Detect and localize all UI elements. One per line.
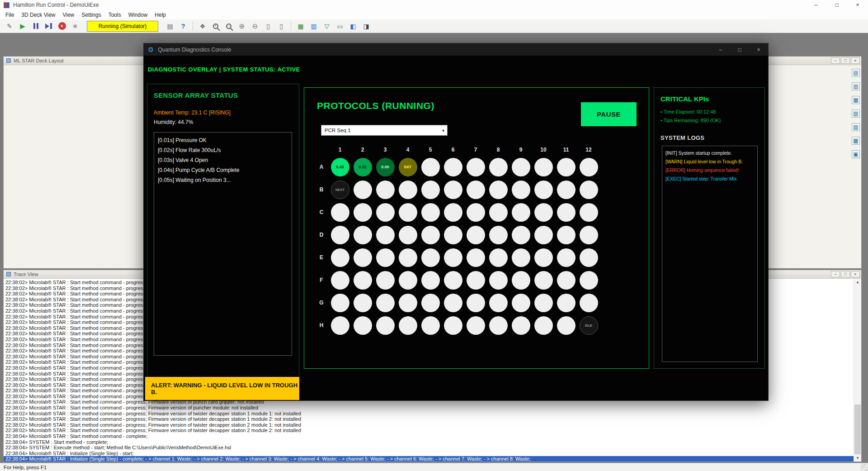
well-F2[interactable]	[354, 271, 372, 290]
well-B4[interactable]	[399, 181, 417, 199]
well-A12[interactable]	[580, 158, 598, 176]
well-F10[interactable]	[534, 271, 553, 290]
menu-help[interactable]: Help	[151, 10, 170, 19]
menu-window[interactable]: Window	[125, 10, 151, 19]
well-H12[interactable]: IDLE	[580, 316, 598, 335]
deck-tool-icon[interactable]: ▦	[852, 96, 860, 104]
well-B11[interactable]	[557, 181, 576, 199]
well-B1[interactable]: NEXT	[331, 181, 349, 199]
well-D3[interactable]	[376, 226, 395, 244]
well-C9[interactable]	[512, 203, 530, 222]
well-H2[interactable]	[354, 316, 372, 335]
well-A1[interactable]: 0.45	[331, 158, 349, 176]
scrollbar-thumb[interactable]	[854, 404, 861, 454]
console-titlebar[interactable]: ⚙ Quantum Diagnostics Console – □ ×	[144, 43, 768, 56]
well-C3[interactable]	[376, 203, 395, 222]
well-A4[interactable]: INIT	[399, 158, 417, 176]
page-layout-button[interactable]: ▯	[275, 20, 287, 32]
well-A5[interactable]	[421, 158, 440, 176]
single-step-button[interactable]	[43, 20, 55, 32]
well-E1[interactable]	[331, 248, 349, 267]
well-C12[interactable]	[580, 203, 598, 222]
deck-tool-icon[interactable]: ▧	[852, 109, 860, 118]
well-A7[interactable]	[467, 158, 485, 176]
well-C11[interactable]	[557, 203, 576, 222]
well-H8[interactable]	[489, 316, 508, 335]
well-E8[interactable]	[489, 248, 508, 267]
well-E5[interactable]	[421, 248, 440, 267]
well-C8[interactable]	[489, 203, 508, 222]
well-D11[interactable]	[557, 226, 576, 244]
well-H3[interactable]	[376, 316, 395, 335]
well-G4[interactable]	[399, 294, 417, 312]
zoom-in-button[interactable]: ⊕	[236, 20, 248, 32]
well-D4[interactable]	[399, 226, 417, 244]
well-D5[interactable]	[421, 226, 440, 244]
well-F12[interactable]	[580, 271, 598, 290]
zoom-out-button[interactable]: ⊖	[249, 20, 261, 32]
well-G6[interactable]	[444, 294, 462, 312]
menu-file[interactable]: File	[2, 10, 18, 19]
level-view-toggle[interactable]: ▽	[321, 20, 333, 32]
well-F5[interactable]	[421, 271, 440, 290]
menu-tools[interactable]: Tools	[105, 10, 125, 19]
well-H5[interactable]	[421, 316, 440, 335]
well-G1[interactable]	[331, 294, 349, 312]
well-B10[interactable]	[534, 181, 553, 199]
close-button[interactable]: ×	[847, 0, 868, 10]
well-G5[interactable]	[421, 294, 440, 312]
well-G9[interactable]	[512, 294, 530, 312]
deck-maximize-button[interactable]: □	[841, 57, 850, 64]
minimize-button[interactable]: –	[806, 0, 826, 10]
well-H6[interactable]	[444, 316, 462, 335]
scroll-up-icon[interactable]: ▲	[854, 279, 861, 285]
well-C5[interactable]	[421, 203, 440, 222]
well-F9[interactable]	[512, 271, 530, 290]
deck-tool-icon[interactable]: ▩	[852, 137, 860, 145]
panel-view-toggle[interactable]: ◨	[360, 20, 372, 32]
deck-close-button[interactable]: ×	[851, 57, 860, 64]
deck-tool-icon[interactable]: ▤	[852, 69, 860, 77]
deck-view-toggle[interactable]: ▦	[295, 20, 307, 32]
console-maximize-button[interactable]: □	[730, 43, 749, 56]
menu-view[interactable]: View	[59, 10, 78, 19]
well-E10[interactable]	[534, 248, 553, 267]
well-D9[interactable]	[512, 226, 530, 244]
deck-minimize-button[interactable]: –	[831, 57, 840, 64]
well-E7[interactable]	[467, 248, 485, 267]
trace-minimize-button[interactable]: –	[831, 271, 840, 277]
well-B12[interactable]	[580, 181, 598, 199]
trace-maximize-button[interactable]: □	[841, 271, 850, 277]
well-C7[interactable]	[467, 203, 485, 222]
well-E12[interactable]	[580, 248, 598, 267]
deck-tool-icon[interactable]: ▥	[852, 82, 860, 90]
help-button[interactable]: ?	[177, 20, 189, 32]
well-C4[interactable]	[399, 203, 417, 222]
well-F1[interactable]	[331, 271, 349, 290]
pan-tool-icon[interactable]: ❖	[197, 20, 208, 32]
well-E4[interactable]	[399, 248, 417, 267]
well-F8[interactable]	[489, 271, 508, 290]
well-C1[interactable]	[331, 203, 349, 222]
well-C2[interactable]	[354, 203, 372, 222]
well-G8[interactable]	[489, 294, 508, 312]
well-A8[interactable]	[489, 158, 508, 176]
well-B3[interactable]	[376, 181, 395, 199]
well-H7[interactable]	[467, 316, 485, 335]
well-D8[interactable]	[489, 226, 508, 244]
well-E6[interactable]	[444, 248, 462, 267]
well-D1[interactable]	[331, 226, 349, 244]
deck-tool-icon[interactable]: ▨	[852, 123, 860, 131]
protocol-select[interactable]: PCR Seq 1 ▾	[321, 125, 448, 136]
pause-button[interactable]: PAUSE	[581, 102, 637, 126]
fit-page-button[interactable]: ▯	[262, 20, 274, 32]
well-C6[interactable]	[444, 203, 462, 222]
well-H9[interactable]	[512, 316, 530, 335]
well-D6[interactable]	[444, 226, 462, 244]
well-F4[interactable]	[399, 271, 417, 290]
well-F6[interactable]	[444, 271, 462, 290]
monitor-view-toggle[interactable]: ▭	[334, 20, 346, 32]
well-A11[interactable]	[557, 158, 576, 176]
menu-3d-deck-view[interactable]: 3D Deck View	[18, 10, 59, 19]
zoom-in-tool-icon[interactable]: +	[210, 20, 222, 32]
